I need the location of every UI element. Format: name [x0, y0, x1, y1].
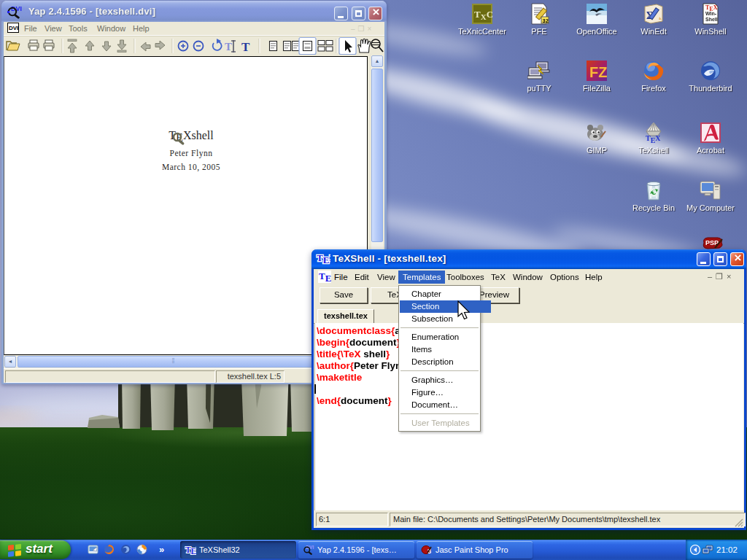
- svg-text:Win-: Win-: [705, 11, 717, 16]
- svg-text:T: T: [241, 40, 250, 54]
- svg-text:FZ: FZ: [589, 64, 607, 80]
- svg-text:DVI: DVI: [9, 25, 18, 31]
- svg-text:TEX: TEX: [185, 545, 196, 555]
- svg-text:TEX: TEX: [317, 252, 330, 265]
- svg-text:32: 32: [543, 18, 549, 24]
- svg-text:TEX: TEX: [319, 271, 331, 283]
- svg-text:T: T: [225, 41, 232, 52]
- svg-text:Shell: Shell: [705, 17, 718, 22]
- svg-text:TEX: TEX: [646, 134, 661, 144]
